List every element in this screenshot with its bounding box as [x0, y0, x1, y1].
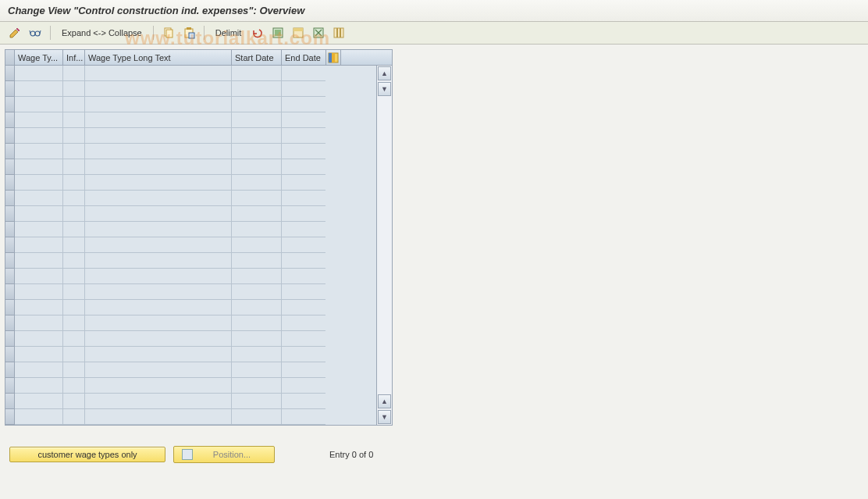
cell-wage-type[interactable]: [15, 112, 63, 128]
cell-long-text[interactable]: [85, 394, 232, 409]
table-row[interactable]: [5, 378, 376, 394]
cell-wage-type[interactable]: [15, 206, 63, 222]
cell-info[interactable]: [63, 191, 85, 206]
cell-wage-type[interactable]: [15, 300, 63, 315]
cell-end-date[interactable]: [282, 315, 326, 331]
cell-wage-type[interactable]: [15, 253, 63, 269]
cell-end-date[interactable]: [282, 331, 326, 347]
position-button[interactable]: Position...: [173, 446, 275, 463]
cell-long-text[interactable]: [85, 315, 232, 331]
row-selector[interactable]: [5, 222, 15, 237]
cell-start-date[interactable]: [232, 347, 282, 362]
cell-long-text[interactable]: [85, 269, 232, 284]
row-selector[interactable]: [5, 269, 15, 284]
cell-wage-type[interactable]: [15, 347, 63, 362]
row-selector[interactable]: [5, 331, 15, 347]
select-all-header[interactable]: [5, 50, 15, 65]
row-selector[interactable]: [5, 362, 15, 378]
cell-start-date[interactable]: [232, 66, 282, 81]
table-row[interactable]: [5, 66, 376, 81]
cell-long-text[interactable]: [85, 300, 232, 315]
table-row[interactable]: [5, 269, 376, 284]
configure-columns-button[interactable]: [326, 50, 341, 65]
table-row[interactable]: [5, 144, 376, 159]
cell-info[interactable]: [63, 237, 85, 253]
cell-info[interactable]: [63, 347, 85, 362]
table-row[interactable]: [5, 253, 376, 269]
cell-info[interactable]: [63, 253, 85, 269]
cell-end-date[interactable]: [282, 66, 326, 81]
cell-long-text[interactable]: [85, 409, 232, 425]
cell-long-text[interactable]: [85, 81, 232, 97]
column-header-end-date[interactable]: End Date: [282, 50, 326, 65]
cell-long-text[interactable]: [85, 284, 232, 300]
cell-wage-type[interactable]: [15, 269, 63, 284]
cell-start-date[interactable]: [232, 97, 282, 112]
cell-end-date[interactable]: [282, 300, 326, 315]
cell-info[interactable]: [63, 409, 85, 425]
cell-start-date[interactable]: [232, 112, 282, 128]
cell-info[interactable]: [63, 112, 85, 128]
table-row[interactable]: [5, 237, 376, 253]
new-entries-button[interactable]: [180, 25, 197, 41]
cell-start-date[interactable]: [232, 362, 282, 378]
cell-start-date[interactable]: [232, 206, 282, 222]
cell-long-text[interactable]: [85, 253, 232, 269]
cell-long-text[interactable]: [85, 362, 232, 378]
cell-info[interactable]: [63, 175, 85, 191]
cell-wage-type[interactable]: [15, 315, 63, 331]
cell-start-date[interactable]: [232, 409, 282, 425]
cell-wage-type[interactable]: [15, 362, 63, 378]
cell-long-text[interactable]: [85, 97, 232, 112]
cell-wage-type[interactable]: [15, 409, 63, 425]
row-selector[interactable]: [5, 315, 15, 331]
cell-start-date[interactable]: [232, 394, 282, 409]
column-header-long-text[interactable]: Wage Type Long Text: [85, 50, 232, 65]
table-row[interactable]: [5, 315, 376, 331]
cell-start-date[interactable]: [232, 300, 282, 315]
cell-info[interactable]: [63, 144, 85, 159]
cell-wage-type[interactable]: [15, 144, 63, 159]
cell-end-date[interactable]: [282, 81, 326, 97]
cell-info[interactable]: [63, 269, 85, 284]
scroll-up-button-bottom[interactable]: ▲: [378, 394, 391, 408]
deselect-all-button[interactable]: [310, 25, 327, 41]
cell-end-date[interactable]: [282, 128, 326, 144]
table-row[interactable]: [5, 394, 376, 409]
cell-wage-type[interactable]: [15, 331, 63, 347]
cell-info[interactable]: [63, 66, 85, 81]
cell-long-text[interactable]: [85, 206, 232, 222]
row-selector[interactable]: [5, 409, 15, 425]
row-selector[interactable]: [5, 394, 15, 409]
table-row[interactable]: [5, 347, 376, 362]
cell-end-date[interactable]: [282, 206, 326, 222]
cell-long-text[interactable]: [85, 378, 232, 394]
select-block-button[interactable]: [290, 25, 307, 41]
scroll-down-button[interactable]: ▼: [378, 82, 391, 96]
cell-info[interactable]: [63, 97, 85, 112]
scroll-track[interactable]: [377, 97, 392, 394]
cell-long-text[interactable]: [85, 112, 232, 128]
cell-end-date[interactable]: [282, 144, 326, 159]
cell-wage-type[interactable]: [15, 284, 63, 300]
cell-start-date[interactable]: [232, 175, 282, 191]
cell-end-date[interactable]: [282, 284, 326, 300]
customer-wage-types-button[interactable]: customer wage types only: [9, 447, 165, 462]
cell-end-date[interactable]: [282, 175, 326, 191]
cell-start-date[interactable]: [232, 269, 282, 284]
table-row[interactable]: [5, 81, 376, 97]
display-button[interactable]: [27, 25, 44, 41]
cell-start-date[interactable]: [232, 128, 282, 144]
select-all-button[interactable]: [269, 25, 286, 41]
table-row[interactable]: [5, 409, 376, 425]
cell-end-date[interactable]: [282, 97, 326, 112]
row-selector[interactable]: [5, 347, 15, 362]
row-selector[interactable]: [5, 253, 15, 269]
cell-info[interactable]: [63, 315, 85, 331]
cell-start-date[interactable]: [232, 81, 282, 97]
cell-end-date[interactable]: [282, 269, 326, 284]
row-selector[interactable]: [5, 128, 15, 144]
cell-end-date[interactable]: [282, 253, 326, 269]
column-header-info[interactable]: Inf...: [63, 50, 85, 65]
cell-start-date[interactable]: [232, 315, 282, 331]
